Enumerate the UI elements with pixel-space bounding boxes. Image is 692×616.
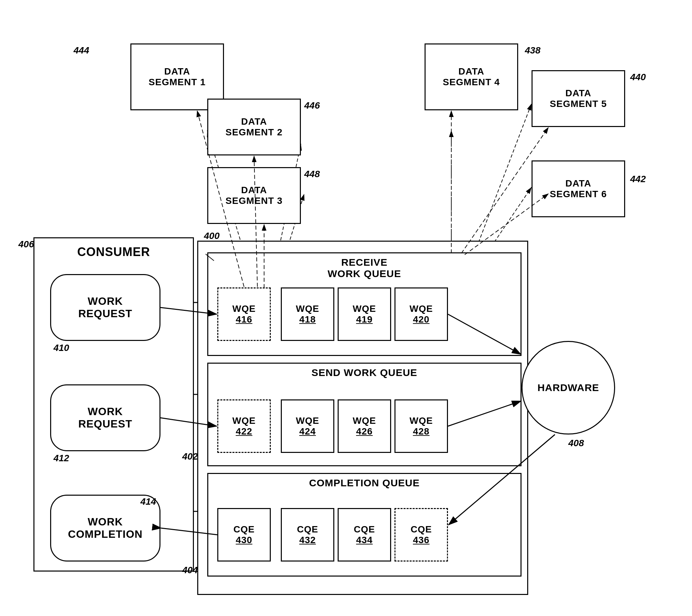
label-406: 406 (18, 239, 34, 250)
diagram: DATA SEGMENT 1 444 DATA SEGMENT 2 446 DA… (0, 0, 692, 616)
label-440: 440 (630, 72, 646, 83)
wqe-424-top: WQE (296, 415, 319, 426)
cqe-436-box: CQE 436 (394, 508, 448, 562)
cqe-432-box: CQE 432 (281, 508, 334, 562)
wqe-422-box: WQE 422 (217, 399, 271, 453)
label-448: 448 (304, 169, 320, 179)
cqe-436-top: CQE (411, 524, 432, 535)
wqe-422-top: WQE (232, 415, 256, 426)
data-segment-6-box: DATA SEGMENT 6 (532, 160, 625, 217)
data-segment-2-box: DATA SEGMENT 2 (207, 98, 301, 155)
data-segment-1-label: DATA SEGMENT 1 (149, 66, 206, 88)
work-request-1-box: WORK REQUEST (50, 274, 160, 341)
cqe-434-box: CQE 434 (338, 508, 391, 562)
consumer-label: CONSUMER (77, 245, 150, 259)
wqe-422-num: 422 (236, 426, 253, 437)
label-446: 446 (304, 100, 320, 111)
wqe-424-num: 424 (299, 426, 316, 437)
data-segment-5-box: DATA SEGMENT 5 (532, 70, 625, 127)
cqe-434-top: CQE (354, 524, 375, 535)
wqe-416-box: WQE 416 (217, 287, 271, 341)
wqe-420-num: 420 (413, 314, 430, 325)
data-segment-4-label: DATA SEGMENT 4 (443, 66, 500, 88)
wqe-419-num: 419 (356, 314, 373, 325)
data-segment-4-box: DATA SEGMENT 4 (425, 43, 518, 110)
cqe-430-top: CQE (233, 524, 255, 535)
wqe-418-box: WQE 418 (281, 287, 334, 341)
data-segment-5-label: DATA SEGMENT 5 (550, 88, 607, 109)
label-444: 444 (73, 45, 89, 56)
wqe-416-top: WQE (232, 304, 256, 314)
label-414: 414 (140, 496, 156, 507)
wqe-418-top: WQE (296, 304, 319, 314)
wqe-426-top: WQE (353, 415, 376, 426)
wqe-428-num: 428 (413, 426, 430, 437)
label-442: 442 (630, 174, 646, 184)
wqe-420-top: WQE (410, 304, 433, 314)
cqe-430-num: 430 (236, 535, 253, 546)
wqe-418-num: 418 (299, 314, 316, 325)
label-400: 400 (204, 230, 220, 241)
label-410: 410 (53, 343, 69, 353)
wqe-428-box: WQE 428 (394, 399, 448, 453)
cqe-432-top: CQE (297, 524, 318, 535)
wqe-419-top: WQE (353, 304, 376, 314)
data-segment-6-label: DATA SEGMENT 6 (550, 178, 607, 200)
cqe-434-num: 434 (356, 535, 373, 546)
label-402: 402 (182, 451, 198, 462)
label-438: 438 (525, 45, 541, 56)
wqe-419-box: WQE 419 (338, 287, 391, 341)
cqe-436-num: 436 (413, 535, 430, 546)
wqe-420-box: WQE 420 (394, 287, 448, 341)
work-request-2-label: WORK REQUEST (78, 405, 132, 430)
work-completion-label: WORK COMPLETION (68, 516, 143, 541)
data-segment-3-box: DATA SEGMENT 3 (207, 167, 301, 224)
work-request-1-label: WORK REQUEST (78, 295, 132, 320)
label-404: 404 (182, 565, 198, 576)
data-segment-2-label: DATA SEGMENT 2 (226, 116, 283, 138)
completion-queue-label: COMPLETION QUEUE (208, 477, 520, 489)
receive-work-queue-label: RECEIVE WORK QUEUE (208, 257, 520, 280)
work-request-2-box: WORK REQUEST (50, 384, 160, 451)
label-412: 412 (53, 453, 69, 464)
wqe-424-box: WQE 424 (281, 399, 334, 453)
send-work-queue-label: SEND WORK QUEUE (208, 367, 520, 378)
hardware-box: HARDWARE (521, 341, 615, 435)
label-408: 408 (568, 438, 584, 448)
wqe-426-num: 426 (356, 426, 373, 437)
hardware-label: HARDWARE (538, 382, 599, 393)
data-segment-3-label: DATA SEGMENT 3 (226, 185, 283, 206)
wqe-426-box: WQE 426 (338, 399, 391, 453)
cqe-432-num: 432 (299, 535, 316, 546)
wqe-428-top: WQE (410, 415, 433, 426)
wqe-416-num: 416 (236, 314, 253, 325)
cqe-430-box: CQE 430 (217, 508, 271, 562)
